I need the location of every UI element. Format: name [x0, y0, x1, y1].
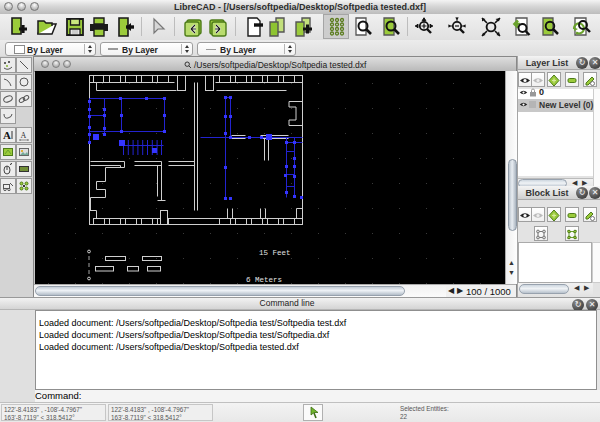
svg-text:A: A: [21, 131, 27, 140]
svg-text:15 Feet: 15 Feet: [259, 249, 291, 257]
svg-text:A: A: [3, 129, 11, 141]
svg-text:6 Meters: 6 Meters: [246, 276, 282, 284]
